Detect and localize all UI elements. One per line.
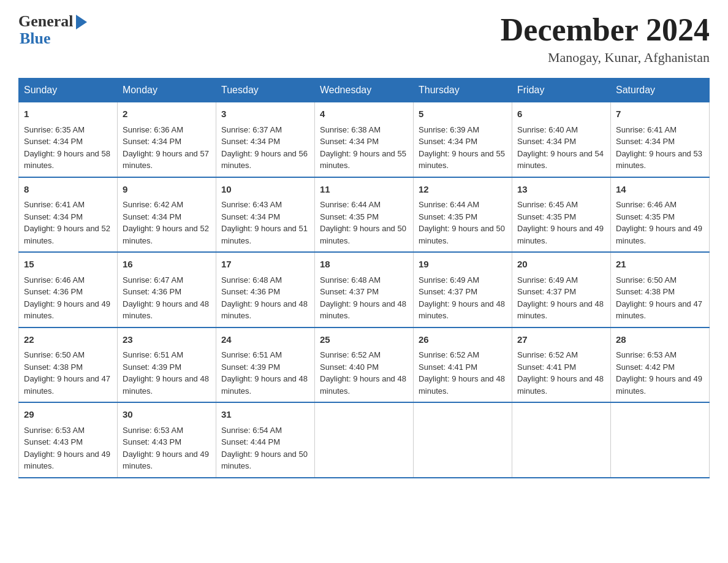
calendar-week-row: 15Sunrise: 6:46 AMSunset: 4:36 PMDayligh… [19,252,710,327]
calendar-cell: 2Sunrise: 6:36 AMSunset: 4:34 PMDaylight… [118,102,216,177]
calendar-cell: 3Sunrise: 6:37 AMSunset: 4:34 PMDaylight… [216,102,315,177]
calendar-cell: 13Sunrise: 6:45 AMSunset: 4:35 PMDayligh… [512,177,611,253]
header-day-thursday: Thursday [414,79,512,102]
calendar-cell: 30Sunrise: 6:53 AMSunset: 4:43 PMDayligh… [118,402,216,478]
header-day-saturday: Saturday [611,79,710,102]
day-number: 11 [320,183,408,197]
calendar-cell: 28Sunrise: 6:53 AMSunset: 4:42 PMDayligh… [611,327,710,403]
day-number: 14 [616,183,704,197]
day-info: Sunrise: 6:41 AMSunset: 4:34 PMDaylight:… [616,125,702,170]
day-number: 6 [517,107,605,121]
day-info: Sunrise: 6:54 AMSunset: 4:44 PMDaylight:… [221,426,308,471]
calendar-cell: 15Sunrise: 6:46 AMSunset: 4:36 PMDayligh… [19,252,118,327]
calendar-cell: 21Sunrise: 6:50 AMSunset: 4:38 PMDayligh… [611,252,710,327]
day-info: Sunrise: 6:44 AMSunset: 4:35 PMDaylight:… [320,200,406,245]
day-number: 31 [221,408,309,422]
calendar-cell: 8Sunrise: 6:41 AMSunset: 4:34 PMDaylight… [19,177,118,253]
day-info: Sunrise: 6:40 AMSunset: 4:34 PMDaylight:… [517,125,604,170]
calendar-cell: 10Sunrise: 6:43 AMSunset: 4:34 PMDayligh… [216,177,315,253]
day-info: Sunrise: 6:48 AMSunset: 4:36 PMDaylight:… [221,275,308,321]
calendar-cell: 7Sunrise: 6:41 AMSunset: 4:34 PMDaylight… [611,102,710,177]
day-info: Sunrise: 6:45 AMSunset: 4:35 PMDaylight:… [517,200,604,245]
calendar-header-row: SundayMondayTuesdayWednesdayThursdayFrid… [19,79,710,102]
calendar-cell: 14Sunrise: 6:46 AMSunset: 4:35 PMDayligh… [611,177,710,253]
day-info: Sunrise: 6:43 AMSunset: 4:34 PMDaylight:… [221,200,308,245]
calendar-cell: 17Sunrise: 6:48 AMSunset: 4:36 PMDayligh… [216,252,315,327]
header-day-tuesday: Tuesday [216,79,315,102]
calendar-cell: 31Sunrise: 6:54 AMSunset: 4:44 PMDayligh… [216,402,315,478]
calendar-cell: 20Sunrise: 6:49 AMSunset: 4:37 PMDayligh… [512,252,611,327]
page-header: General Blue December 2024 Manogay, Kuna… [18,12,710,66]
calendar-cell: 22Sunrise: 6:50 AMSunset: 4:38 PMDayligh… [19,327,118,403]
day-info: Sunrise: 6:46 AMSunset: 4:36 PMDaylight:… [24,275,110,321]
calendar-cell: 26Sunrise: 6:52 AMSunset: 4:41 PMDayligh… [414,327,512,403]
calendar-cell [414,402,512,478]
day-info: Sunrise: 6:46 AMSunset: 4:35 PMDaylight:… [616,200,702,245]
calendar-cell: 9Sunrise: 6:42 AMSunset: 4:34 PMDaylight… [118,177,216,253]
calendar-cell: 16Sunrise: 6:47 AMSunset: 4:36 PMDayligh… [118,252,216,327]
header-day-monday: Monday [118,79,216,102]
day-number: 27 [517,333,605,347]
calendar-cell: 6Sunrise: 6:40 AMSunset: 4:34 PMDaylight… [512,102,611,177]
day-number: 7 [616,107,704,121]
logo-general-text: General [18,12,74,31]
day-info: Sunrise: 6:51 AMSunset: 4:39 PMDaylight:… [221,350,308,396]
calendar-cell: 1Sunrise: 6:35 AMSunset: 4:34 PMDaylight… [19,102,118,177]
day-number: 29 [24,408,112,422]
day-number: 26 [419,333,507,347]
logo-arrow-icon [76,15,87,29]
calendar-cell: 19Sunrise: 6:49 AMSunset: 4:37 PMDayligh… [414,252,512,327]
day-info: Sunrise: 6:52 AMSunset: 4:41 PMDaylight:… [419,350,505,396]
day-number: 16 [123,258,211,272]
day-info: Sunrise: 6:51 AMSunset: 4:39 PMDaylight:… [123,350,209,396]
day-info: Sunrise: 6:41 AMSunset: 4:34 PMDaylight:… [24,200,110,245]
calendar-table: SundayMondayTuesdayWednesdayThursdayFrid… [18,78,710,478]
calendar-week-row: 29Sunrise: 6:53 AMSunset: 4:43 PMDayligh… [19,402,710,478]
calendar-cell: 24Sunrise: 6:51 AMSunset: 4:39 PMDayligh… [216,327,315,403]
day-number: 24 [221,333,309,347]
day-info: Sunrise: 6:53 AMSunset: 4:42 PMDaylight:… [616,350,702,396]
day-info: Sunrise: 6:50 AMSunset: 4:38 PMDaylight:… [24,350,110,396]
title-block: December 2024 Manogay, Kunar, Afghanista… [501,12,710,66]
day-info: Sunrise: 6:36 AMSunset: 4:34 PMDaylight:… [123,125,209,170]
header-day-wednesday: Wednesday [315,79,414,102]
calendar-cell: 27Sunrise: 6:52 AMSunset: 4:41 PMDayligh… [512,327,611,403]
calendar-cell [315,402,414,478]
day-info: Sunrise: 6:49 AMSunset: 4:37 PMDaylight:… [517,275,604,321]
day-number: 3 [221,107,309,121]
calendar-week-row: 8Sunrise: 6:41 AMSunset: 4:34 PMDaylight… [19,177,710,253]
calendar-week-row: 1Sunrise: 6:35 AMSunset: 4:34 PMDaylight… [19,102,710,177]
day-number: 1 [24,107,112,121]
header-day-sunday: Sunday [19,79,118,102]
day-number: 21 [616,258,704,272]
day-number: 13 [517,183,605,197]
calendar-cell: 18Sunrise: 6:48 AMSunset: 4:37 PMDayligh… [315,252,414,327]
calendar-cell: 5Sunrise: 6:39 AMSunset: 4:34 PMDaylight… [414,102,512,177]
day-info: Sunrise: 6:53 AMSunset: 4:43 PMDaylight:… [123,426,209,471]
calendar-cell: 4Sunrise: 6:38 AMSunset: 4:34 PMDaylight… [315,102,414,177]
day-info: Sunrise: 6:38 AMSunset: 4:34 PMDaylight:… [320,125,406,170]
day-number: 10 [221,183,309,197]
day-number: 4 [320,107,408,121]
day-number: 8 [24,183,112,197]
day-number: 2 [123,107,211,121]
day-number: 18 [320,258,408,272]
header-day-friday: Friday [512,79,611,102]
day-number: 30 [123,408,211,422]
day-number: 5 [419,107,507,121]
day-info: Sunrise: 6:48 AMSunset: 4:37 PMDaylight:… [320,275,406,321]
day-info: Sunrise: 6:50 AMSunset: 4:38 PMDaylight:… [616,275,702,321]
calendar-cell: 29Sunrise: 6:53 AMSunset: 4:43 PMDayligh… [19,402,118,478]
day-number: 25 [320,333,408,347]
day-number: 17 [221,258,309,272]
calendar-cell: 12Sunrise: 6:44 AMSunset: 4:35 PMDayligh… [414,177,512,253]
calendar-cell: 23Sunrise: 6:51 AMSunset: 4:39 PMDayligh… [118,327,216,403]
calendar-cell: 25Sunrise: 6:52 AMSunset: 4:40 PMDayligh… [315,327,414,403]
day-number: 23 [123,333,211,347]
location-subtitle: Manogay, Kunar, Afghanistan [501,50,710,66]
calendar-week-row: 22Sunrise: 6:50 AMSunset: 4:38 PMDayligh… [19,327,710,403]
day-info: Sunrise: 6:42 AMSunset: 4:34 PMDaylight:… [123,200,209,245]
day-info: Sunrise: 6:44 AMSunset: 4:35 PMDaylight:… [419,200,505,245]
day-number: 9 [123,183,211,197]
logo-blue-text: Blue [18,29,51,48]
